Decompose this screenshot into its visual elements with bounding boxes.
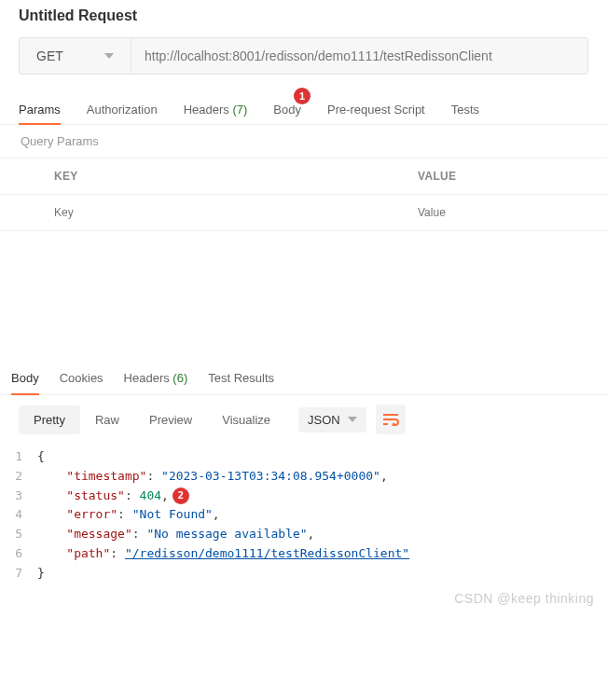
view-pretty[interactable]: Pretty	[19, 405, 80, 434]
tab-headers-label: Headers	[184, 103, 233, 117]
resp-tab-headers[interactable]: Headers (6)	[124, 362, 188, 394]
tab-tests[interactable]: Tests	[451, 95, 479, 124]
view-visualize[interactable]: Visualize	[207, 405, 285, 434]
param-key-input[interactable]	[54, 206, 384, 219]
query-params-title: Query Params	[0, 125, 607, 158]
tab-body[interactable]: Body 1	[273, 95, 301, 124]
resp-tab-body[interactable]: Body	[11, 362, 39, 394]
watermark: CSDN @keep thinking	[0, 587, 607, 610]
table-row	[0, 195, 607, 231]
json-string: "2023-03-13T03:34:08.954+0000"	[161, 469, 380, 483]
annotation-badge-2: 2	[172, 487, 189, 504]
json-key: "timestamp"	[66, 469, 146, 483]
url-input[interactable]	[131, 38, 587, 74]
chevron-down-icon	[104, 53, 114, 59]
request-title: Untitled Request	[0, 0, 607, 37]
line-number: 4	[0, 505, 37, 525]
json-key: "error"	[66, 507, 117, 521]
response-body: 1{ 2 "timestamp": "2023-03-13T03:34:08.9…	[0, 444, 607, 587]
json-string: "Not Found"	[132, 507, 213, 521]
param-value-input[interactable]	[418, 206, 590, 219]
chevron-down-icon	[348, 417, 357, 422]
json-brace: }	[37, 566, 45, 580]
resp-tab-tests[interactable]: Test Results	[208, 362, 274, 394]
key-header: KEY	[0, 158, 401, 194]
tab-authorization[interactable]: Authorization	[87, 95, 158, 124]
line-number: 6	[0, 544, 37, 564]
annotation-badge-1: 1	[294, 88, 310, 104]
value-header: VALUE	[401, 158, 607, 194]
resp-tab-cookies[interactable]: Cookies	[60, 362, 103, 394]
json-path-link[interactable]: "/redisson/demo1111/testRedissonClient"	[125, 546, 409, 560]
resp-headers-label: Headers	[124, 371, 173, 385]
tab-prerequest[interactable]: Pre-request Script	[327, 95, 425, 124]
http-method-value: GET	[36, 48, 63, 63]
wrap-lines-button[interactable]	[376, 405, 406, 434]
json-key: "path"	[66, 546, 110, 560]
json-number: 404	[140, 488, 161, 502]
view-raw[interactable]: Raw	[80, 405, 134, 434]
line-number: 5	[0, 525, 37, 544]
json-key: "message"	[66, 527, 131, 541]
json-key: "status"	[66, 488, 125, 502]
response-tabs: Body Cookies Headers (6) Test Results	[0, 362, 607, 395]
json-brace: {	[37, 449, 45, 463]
response-view-bar: Pretty Raw Preview Visualize JSON	[0, 395, 607, 444]
http-method-selector[interactable]: GET	[20, 38, 131, 74]
resp-headers-count: (6)	[172, 371, 187, 385]
view-preview[interactable]: Preview	[134, 405, 207, 434]
wrap-icon	[382, 413, 399, 426]
tab-params[interactable]: Params	[19, 95, 61, 124]
line-number: 2	[0, 467, 37, 487]
tab-headers-count: (7)	[232, 103, 247, 117]
url-bar: GET	[19, 37, 588, 75]
tab-body-label: Body	[273, 103, 301, 117]
line-number: 3	[0, 487, 37, 506]
json-string: "No message available"	[146, 527, 307, 541]
request-tabs: Params Authorization Headers (7) Body 1 …	[0, 95, 607, 125]
query-params-table: KEY VALUE	[0, 158, 607, 231]
format-value: JSON	[308, 413, 340, 427]
line-number: 1	[0, 447, 37, 467]
tab-headers[interactable]: Headers (7)	[184, 95, 248, 124]
table-header-row: KEY VALUE	[0, 158, 607, 195]
line-number: 7	[0, 564, 37, 583]
format-selector[interactable]: JSON	[298, 407, 366, 432]
